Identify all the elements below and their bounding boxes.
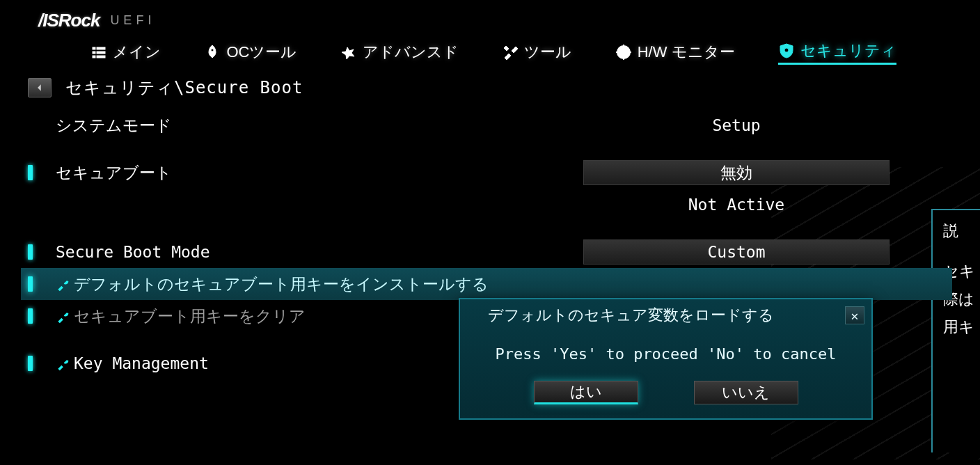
nav-hw[interactable]: H/W モニター [615,42,735,63]
nav-oc-label: OCツール [226,42,297,63]
dialog-buttons: はい いいえ [460,372,871,418]
yes-button[interactable]: はい [534,381,638,404]
svg-rect-5 [97,56,105,58]
brand-sublogo: UEFI [110,13,155,28]
svg-rect-2 [93,52,95,54]
rocket-icon [204,44,221,61]
brand-logo: /ISRock [38,10,100,31]
install-keys-label: デフォルトのセキュアブート用キーをインストールする [45,274,583,295]
header: /ISRock UEFI [0,0,980,35]
secure-boot-label: セキュアブート [45,162,583,184]
row-secure-boot[interactable]: セキュアブート 無効 [28,157,952,189]
dialog-title: デフォルトのセキュア変数をロードする [488,305,774,326]
nav-advanced-label: アドバンスド [363,42,459,63]
nav-tool-label: ツール [524,42,571,63]
nav-oc[interactable]: OCツール [204,42,297,63]
nav-main-label: メイン [113,42,161,63]
svg-rect-1 [97,47,105,49]
key-management-text: Key Management [74,354,209,372]
list-icon [90,44,107,61]
marker-icon [28,165,33,180]
nav-security-label: セキュリティ [800,40,896,61]
nav-tool[interactable]: ツール [502,42,571,63]
nav-advanced[interactable]: アドバンスド [340,42,459,63]
secure-boot-select[interactable]: 無効 [583,160,890,185]
breadcrumb-row: セキュリティ\Secure Boot [0,70,980,106]
nav-main[interactable]: メイン [90,42,161,63]
row-install-keys[interactable]: デフォルトのセキュアブート用キーをインストールする [21,268,952,300]
close-button[interactable]: ✕ [845,306,864,324]
secure-boot-status: Not Active [583,196,890,214]
svg-rect-3 [97,52,105,54]
shield-icon [778,42,795,59]
breadcrumb: セキュリティ\Secure Boot [65,77,303,99]
wrench-icon [56,356,70,370]
row-secure-boot-status: Not Active [28,189,952,221]
svg-rect-0 [93,47,95,49]
no-button[interactable]: いいえ [694,381,798,404]
svg-rect-4 [93,56,95,58]
secure-boot-mode-select[interactable]: Custom [583,239,890,265]
svg-point-12 [784,48,789,52]
close-icon: ✕ [851,308,859,323]
clear-keys-text: セキュアブート用キーをクリア [74,307,306,325]
nav-security[interactable]: セキュリティ [778,40,896,65]
wrench-icon [56,309,70,323]
system-mode-label: システムモード [45,115,583,136]
marker-icon [28,356,33,371]
top-nav: メイン OCツール アドバンスド ツール H/W モニター セキュリティ [0,35,980,70]
confirm-dialog: デフォルトのセキュア変数をロードする ✕ Press 'Yes' to proc… [459,298,873,420]
star-icon [340,44,357,61]
secure-boot-mode-label: Secure Boot Mode [45,243,583,261]
dialog-body: Press 'Yes' to proceed 'No' to cancel [460,331,871,372]
back-button[interactable] [28,78,52,97]
tools-icon [502,44,519,61]
wrench-icon [56,277,70,291]
nav-hw-label: H/W モニター [638,42,735,63]
system-mode-value: Setup [583,116,890,134]
install-keys-text: デフォルトのセキュアブート用キーをインストールする [74,275,489,293]
row-secure-boot-mode[interactable]: Secure Boot Mode Custom [28,236,952,268]
row-system-mode: システムモード Setup [28,109,952,141]
marker-icon [28,276,33,292]
marker-icon [28,244,33,260]
marker-icon [28,308,33,324]
target-icon [615,44,632,61]
svg-point-6 [211,49,214,52]
dialog-titlebar: デフォルトのセキュア変数をロードする ✕ [460,299,871,331]
